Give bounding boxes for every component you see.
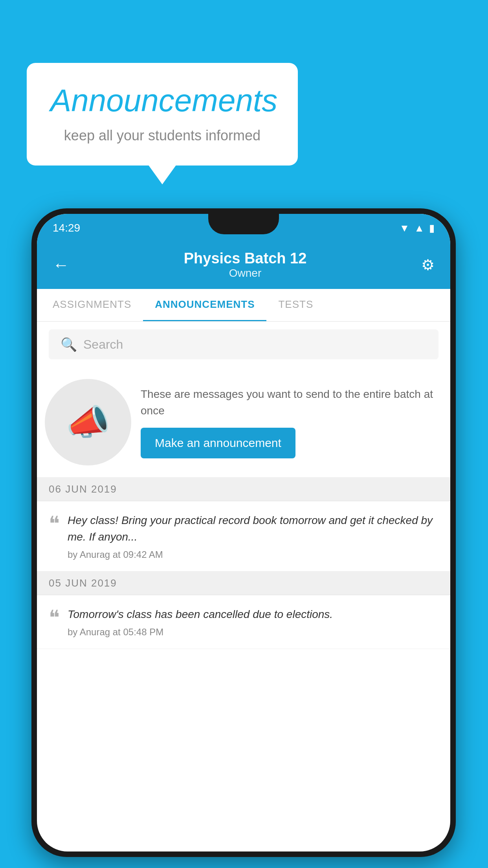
app-header: ← Physics Batch 12 Owner ⚙	[37, 242, 450, 289]
announcement-item-1: ❝ Hey class! Bring your practical record…	[37, 501, 450, 572]
settings-icon[interactable]: ⚙	[421, 256, 435, 274]
promo-description: These are messages you want to send to t…	[141, 386, 438, 419]
status-time: 14:29	[53, 222, 80, 234]
promo-right: These are messages you want to send to t…	[141, 386, 438, 458]
battery-icon: ▮	[429, 222, 435, 234]
megaphone-circle: 📣	[45, 379, 131, 465]
announcement-meta-1: by Anurag at 09:42 AM	[68, 549, 438, 560]
announcement-text-2: Tomorrow's class has been cancelled due …	[68, 606, 438, 623]
announcement-promo: 📣 These are messages you want to send to…	[37, 367, 450, 478]
phone-container: 14:29 ▼ ▲ ▮ ← Physics Batch 12 Owner ⚙ A…	[31, 208, 456, 857]
announcement-content-1: Hey class! Bring your practical record b…	[68, 512, 438, 560]
speech-bubble: Announcements keep all your students inf…	[27, 63, 298, 166]
date-separator-1: 06 JUN 2019	[37, 478, 450, 501]
announcement-item-2: ❝ Tomorrow's class has been cancelled du…	[37, 595, 450, 649]
phone-notch	[208, 214, 279, 234]
header-title: Physics Batch 12	[184, 250, 307, 267]
bubble-title: Announcements	[50, 83, 274, 119]
search-icon: 🔍	[61, 337, 77, 352]
make-announcement-button[interactable]: Make an announcement	[141, 428, 295, 458]
phone-frame: 14:29 ▼ ▲ ▮ ← Physics Batch 12 Owner ⚙ A…	[31, 208, 456, 857]
bubble-subtitle: keep all your students informed	[50, 127, 274, 144]
megaphone-icon: 📣	[66, 402, 110, 443]
speech-bubble-container: Announcements keep all your students inf…	[27, 63, 298, 166]
tab-assignments[interactable]: ASSIGNMENTS	[41, 289, 143, 321]
search-bar[interactable]: 🔍 Search	[49, 329, 438, 359]
announcement-meta-2: by Anurag at 05:48 PM	[68, 627, 438, 638]
wifi-icon: ▼	[400, 222, 410, 234]
search-placeholder: Search	[83, 337, 123, 352]
announcement-content-2: Tomorrow's class has been cancelled due …	[68, 606, 438, 638]
back-button[interactable]: ←	[53, 256, 69, 274]
phone-screen: 14:29 ▼ ▲ ▮ ← Physics Batch 12 Owner ⚙ A…	[37, 214, 450, 851]
tab-announcements[interactable]: ANNOUNCEMENTS	[143, 289, 266, 321]
tabs-bar: ASSIGNMENTS ANNOUNCEMENTS TESTS	[37, 289, 450, 322]
quote-icon-1: ❝	[49, 514, 60, 534]
announcement-text-1: Hey class! Bring your practical record b…	[68, 512, 438, 545]
header-center: Physics Batch 12 Owner	[184, 250, 307, 280]
signal-icon: ▲	[414, 222, 424, 234]
search-container: 🔍 Search	[37, 322, 450, 367]
date-separator-2: 05 JUN 2019	[37, 572, 450, 595]
status-icons: ▼ ▲ ▮	[400, 222, 435, 234]
tab-tests[interactable]: TESTS	[266, 289, 325, 321]
quote-icon-2: ❝	[49, 608, 60, 628]
header-subtitle: Owner	[184, 267, 307, 280]
